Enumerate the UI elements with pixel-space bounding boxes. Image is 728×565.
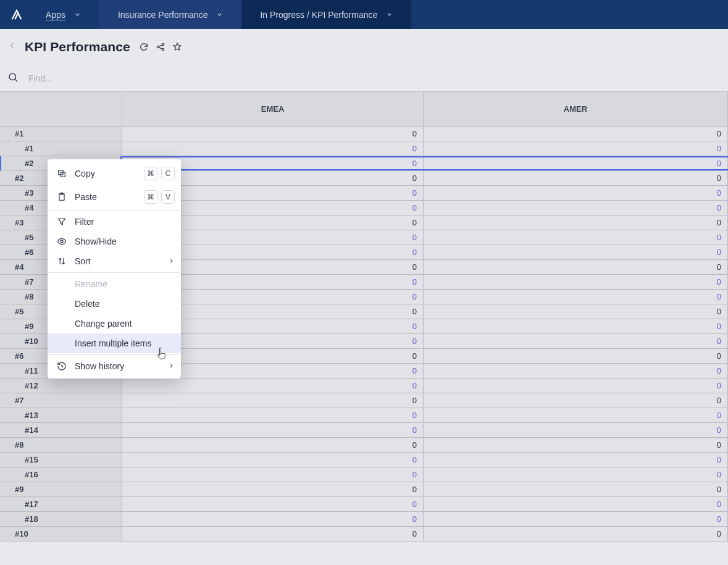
- cell[interactable]: 0: [122, 141, 424, 156]
- key: V: [161, 190, 175, 204]
- menu-item-change-parent[interactable]: Change parent: [48, 314, 181, 333]
- cell[interactable]: 0: [424, 438, 728, 452]
- table-row[interactable]: #100: [0, 127, 728, 141]
- menu-item-copy[interactable]: Copy⌘C: [48, 162, 181, 185]
- row-header[interactable]: #14: [0, 423, 122, 437]
- menu-item-delete[interactable]: Delete: [48, 294, 181, 314]
- refresh-icon[interactable]: [139, 42, 149, 52]
- table-row[interactable]: #1600: [0, 467, 728, 482]
- menu-separator: [48, 210, 181, 211]
- cell[interactable]: 0: [122, 527, 424, 541]
- cell[interactable]: 0: [424, 453, 728, 467]
- table-row[interactable]: #1300: [0, 408, 728, 423]
- filter-icon: [56, 217, 67, 227]
- cell[interactable]: 0: [424, 527, 728, 541]
- favorite-star-icon[interactable]: [172, 42, 182, 52]
- chevron-right-icon: [168, 256, 175, 266]
- nav-page[interactable]: In Progress / KPI Performance: [241, 0, 411, 29]
- share-icon[interactable]: [156, 42, 165, 52]
- row-header[interactable]: #8: [0, 438, 122, 452]
- cell[interactable]: 0: [424, 379, 728, 393]
- row-header[interactable]: #17: [0, 497, 122, 511]
- cell[interactable]: 0: [122, 393, 424, 408]
- row-header[interactable]: #16: [0, 467, 122, 482]
- cell[interactable]: 0: [424, 497, 728, 511]
- cell[interactable]: 0: [424, 156, 728, 170]
- row-header[interactable]: #18: [0, 512, 122, 526]
- cell[interactable]: 0: [122, 438, 424, 452]
- cell[interactable]: 0: [122, 127, 424, 141]
- cell[interactable]: 0: [424, 216, 728, 230]
- row-header[interactable]: #9: [0, 482, 122, 496]
- grid-header-row: EMEA AMER: [0, 91, 728, 127]
- row-header[interactable]: #15: [0, 453, 122, 467]
- menu-item-sort[interactable]: Sort: [48, 251, 181, 271]
- eye-icon: [56, 236, 67, 246]
- cell[interactable]: 0: [122, 379, 424, 393]
- table-row[interactable]: #1800: [0, 512, 728, 527]
- menu-item-filter[interactable]: Filter: [48, 212, 181, 232]
- cell[interactable]: 0: [122, 408, 424, 422]
- nav-apps-label: Apps: [46, 10, 65, 20]
- cell[interactable]: 0: [122, 497, 424, 511]
- cell[interactable]: 0: [424, 141, 728, 156]
- cell[interactable]: 0: [424, 334, 728, 348]
- column-header[interactable]: AMER: [424, 92, 728, 126]
- cell[interactable]: 0: [424, 304, 728, 319]
- cell[interactable]: 0: [424, 260, 728, 274]
- table-row[interactable]: #1200: [0, 379, 728, 393]
- column-header[interactable]: EMEA: [122, 92, 424, 126]
- key: ⌘: [144, 190, 157, 204]
- cell[interactable]: 0: [122, 423, 424, 437]
- cell[interactable]: 0: [424, 482, 728, 496]
- menu-item-label: Sort: [75, 256, 161, 266]
- back-button[interactable]: [9, 41, 16, 52]
- row-header[interactable]: #13: [0, 408, 122, 422]
- cell[interactable]: 0: [424, 512, 728, 526]
- cell[interactable]: 0: [424, 275, 728, 289]
- table-row[interactable]: #1000: [0, 527, 728, 542]
- table-row[interactable]: #1700: [0, 497, 728, 512]
- cell[interactable]: 0: [424, 408, 728, 422]
- table-row[interactable]: #1400: [0, 423, 728, 438]
- cell[interactable]: 0: [424, 349, 728, 363]
- menu-item-label: Change parent: [75, 319, 175, 329]
- menu-item-show-hide[interactable]: Show/Hide: [48, 232, 181, 251]
- cell[interactable]: 0: [424, 290, 728, 304]
- cell[interactable]: 0: [424, 423, 728, 437]
- cell[interactable]: 0: [424, 201, 728, 215]
- table-row[interactable]: #900: [0, 482, 728, 497]
- cell[interactable]: 0: [424, 171, 728, 185]
- table-row[interactable]: #800: [0, 438, 728, 453]
- row-header[interactable]: #1: [0, 141, 122, 156]
- keyboard-shortcut: ⌘C: [144, 167, 175, 180]
- cell[interactable]: 0: [122, 467, 424, 482]
- cell[interactable]: 0: [122, 482, 424, 496]
- row-header[interactable]: #10: [0, 527, 122, 541]
- nav-apps[interactable]: Apps: [33, 0, 99, 29]
- cell[interactable]: 0: [424, 127, 728, 141]
- menu-item-label: Rename: [75, 279, 175, 289]
- row-header[interactable]: #7: [0, 393, 122, 408]
- search-input[interactable]: [27, 73, 212, 84]
- menu-item-paste[interactable]: Paste⌘V: [48, 185, 181, 209]
- table-row[interactable]: #1500: [0, 453, 728, 467]
- row-header[interactable]: #1: [0, 127, 122, 141]
- cell[interactable]: 0: [122, 512, 424, 526]
- cell[interactable]: 0: [424, 467, 728, 482]
- row-header[interactable]: #12: [0, 379, 122, 393]
- cell[interactable]: 0: [122, 453, 424, 467]
- table-row[interactable]: #100: [0, 141, 728, 156]
- top-nav: Apps Insurance Performance In Progress /…: [0, 0, 728, 29]
- chevron-down-icon: [216, 11, 223, 18]
- app-logo-icon[interactable]: [0, 0, 33, 29]
- cell[interactable]: 0: [424, 186, 728, 200]
- cell[interactable]: 0: [424, 230, 728, 245]
- cell[interactable]: 0: [424, 319, 728, 333]
- cell[interactable]: 0: [424, 364, 728, 378]
- cell[interactable]: 0: [424, 393, 728, 408]
- sort-icon: [56, 256, 67, 266]
- nav-model[interactable]: Insurance Performance: [99, 0, 242, 29]
- table-row[interactable]: #700: [0, 393, 728, 408]
- cell[interactable]: 0: [424, 245, 728, 259]
